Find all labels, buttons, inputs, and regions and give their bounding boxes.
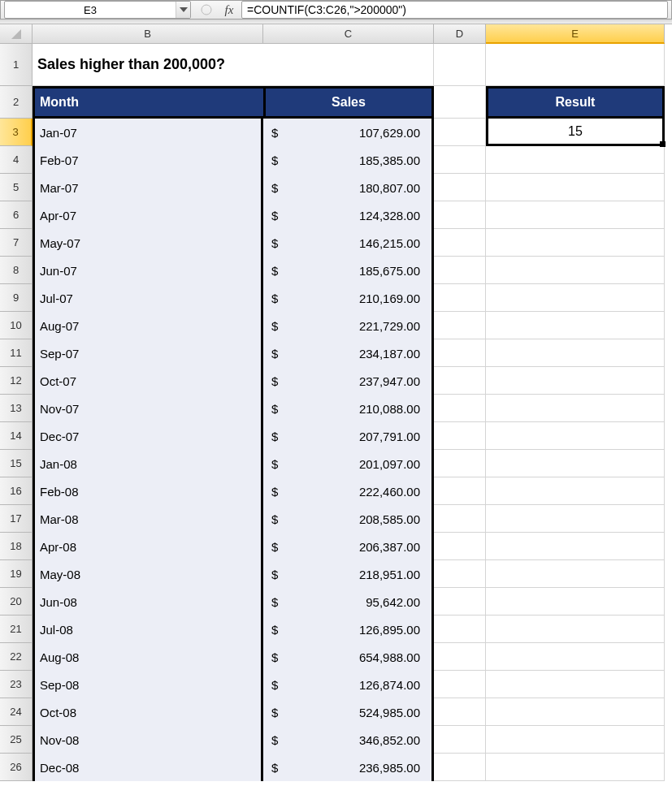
- cell-month-8[interactable]: Jun-07: [33, 257, 263, 284]
- row-header-9[interactable]: 9: [0, 284, 33, 312]
- row-header-15[interactable]: 15: [0, 450, 33, 477]
- cell-d-13[interactable]: [434, 395, 486, 422]
- cell-e-14[interactable]: [486, 422, 665, 450]
- name-box[interactable]: E3: [4, 1, 191, 19]
- cell-d-24[interactable]: [434, 698, 486, 726]
- cell-month-25[interactable]: Nov-08: [33, 726, 263, 754]
- cell-e-26[interactable]: [486, 754, 665, 781]
- row-header-26[interactable]: 26: [0, 754, 33, 781]
- fill-handle[interactable]: [660, 141, 665, 147]
- row-header-25[interactable]: 25: [0, 726, 33, 754]
- cell-sales-4[interactable]: $185,385.00: [263, 146, 434, 174]
- cell-month-23[interactable]: Sep-08: [33, 671, 263, 698]
- cell-month-17[interactable]: Mar-08: [33, 505, 263, 533]
- header-result[interactable]: Result: [486, 86, 665, 119]
- cell-e-23[interactable]: [486, 671, 665, 698]
- cell-sales-24[interactable]: $524,985.00: [263, 698, 434, 726]
- cell-sales-8[interactable]: $185,675.00: [263, 257, 434, 284]
- row-header-16[interactable]: 16: [0, 477, 33, 505]
- col-header-e[interactable]: E: [486, 24, 665, 44]
- cell-month-7[interactable]: May-07: [33, 229, 263, 257]
- result-cell[interactable]: 15: [486, 119, 665, 146]
- cell-d-26[interactable]: [434, 754, 486, 781]
- cell-e-10[interactable]: [486, 312, 665, 339]
- cell-sales-6[interactable]: $124,328.00: [263, 201, 434, 229]
- cell-month-10[interactable]: Aug-07: [33, 312, 263, 339]
- row-header-3[interactable]: 3: [0, 119, 33, 146]
- cell-d-19[interactable]: [434, 560, 486, 588]
- cell-sales-22[interactable]: $654,988.00: [263, 643, 434, 671]
- cell-d-8[interactable]: [434, 257, 486, 284]
- cell-month-4[interactable]: Feb-07: [33, 146, 263, 174]
- select-all-corner[interactable]: [0, 24, 33, 44]
- cell-sales-15[interactable]: $201,097.00: [263, 450, 434, 477]
- row-header-4[interactable]: 4: [0, 146, 33, 174]
- row-header-6[interactable]: 6: [0, 201, 33, 229]
- cell-e-20[interactable]: [486, 588, 665, 615]
- cell-e-15[interactable]: [486, 450, 665, 477]
- cell-sales-3[interactable]: $107,629.00: [263, 119, 434, 146]
- cell-e-8[interactable]: [486, 257, 665, 284]
- cell-d-14[interactable]: [434, 422, 486, 450]
- cell-d-12[interactable]: [434, 367, 486, 395]
- cell-month-19[interactable]: May-08: [33, 560, 263, 588]
- row-header-13[interactable]: 13: [0, 395, 33, 422]
- row-header-11[interactable]: 11: [0, 339, 33, 367]
- cell-month-11[interactable]: Sep-07: [33, 339, 263, 367]
- cell-month-18[interactable]: Apr-08: [33, 533, 263, 560]
- cell-d-23[interactable]: [434, 671, 486, 698]
- cell-month-24[interactable]: Oct-08: [33, 698, 263, 726]
- cell-d-11[interactable]: [434, 339, 486, 367]
- row-header-24[interactable]: 24: [0, 698, 33, 726]
- cell-e-25[interactable]: [486, 726, 665, 754]
- cell-sales-10[interactable]: $221,729.00: [263, 312, 434, 339]
- cell-e-9[interactable]: [486, 284, 665, 312]
- row-header-14[interactable]: 14: [0, 422, 33, 450]
- cell-e-16[interactable]: [486, 477, 665, 505]
- cell-e-12[interactable]: [486, 367, 665, 395]
- cell-d-6[interactable]: [434, 201, 486, 229]
- col-header-c[interactable]: C: [263, 24, 434, 44]
- cell-d-5[interactable]: [434, 174, 486, 201]
- cell-d-22[interactable]: [434, 643, 486, 671]
- header-sales[interactable]: Sales: [263, 86, 434, 119]
- cell-d-4[interactable]: [434, 146, 486, 174]
- cell-month-22[interactable]: Aug-08: [33, 643, 263, 671]
- name-box-dropdown[interactable]: [176, 2, 190, 18]
- cell-month-14[interactable]: Dec-07: [33, 422, 263, 450]
- cell-month-12[interactable]: Oct-07: [33, 367, 263, 395]
- cancel-formula-icon[interactable]: [196, 1, 217, 19]
- cell-sales-9[interactable]: $210,169.00: [263, 284, 434, 312]
- cell-sales-13[interactable]: $210,088.00: [263, 395, 434, 422]
- cell-sales-16[interactable]: $222,460.00: [263, 477, 434, 505]
- cell-e1[interactable]: [486, 44, 665, 86]
- cell-month-3[interactable]: Jan-07: [33, 119, 263, 146]
- cell-sales-7[interactable]: $146,215.00: [263, 229, 434, 257]
- row-header-2[interactable]: 2: [0, 86, 33, 119]
- row-header-18[interactable]: 18: [0, 533, 33, 560]
- cell-e-24[interactable]: [486, 698, 665, 726]
- row-header-22[interactable]: 22: [0, 643, 33, 671]
- cell-d-10[interactable]: [434, 312, 486, 339]
- cell-e-18[interactable]: [486, 533, 665, 560]
- row-header-21[interactable]: 21: [0, 615, 33, 643]
- row-header-20[interactable]: 20: [0, 588, 33, 615]
- cell-d-20[interactable]: [434, 588, 486, 615]
- row-header-1[interactable]: 1: [0, 44, 33, 86]
- cell-month-6[interactable]: Apr-07: [33, 201, 263, 229]
- cell-month-21[interactable]: Jul-08: [33, 615, 263, 643]
- cell-e-21[interactable]: [486, 615, 665, 643]
- cell-month-16[interactable]: Feb-08: [33, 477, 263, 505]
- col-header-d[interactable]: D: [434, 24, 486, 44]
- cell-d2[interactable]: [434, 86, 486, 119]
- row-header-5[interactable]: 5: [0, 174, 33, 201]
- cell-month-20[interactable]: Jun-08: [33, 588, 263, 615]
- cell-month-26[interactable]: Dec-08: [33, 754, 263, 781]
- cell-month-5[interactable]: Mar-07: [33, 174, 263, 201]
- formula-input[interactable]: =COUNTIF(C3:C26,">200000"): [241, 1, 668, 19]
- cell-sales-5[interactable]: $180,807.00: [263, 174, 434, 201]
- cell-sales-11[interactable]: $234,187.00: [263, 339, 434, 367]
- cell-sales-25[interactable]: $346,852.00: [263, 726, 434, 754]
- cell-e-19[interactable]: [486, 560, 665, 588]
- cell-d-18[interactable]: [434, 533, 486, 560]
